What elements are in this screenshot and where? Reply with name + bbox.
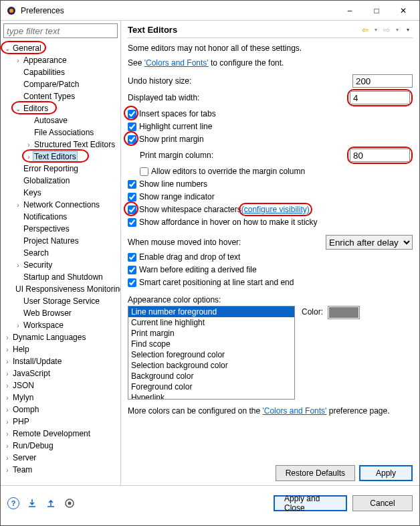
chevron-right-icon[interactable]: ›	[3, 346, 11, 353]
apply-button[interactable]: Apply	[359, 465, 413, 481]
color-option-item[interactable]: Find scope	[128, 339, 294, 349]
restore-defaults-button[interactable]: Restore Defaults	[276, 465, 355, 481]
chevron-right-icon[interactable]: ›	[3, 394, 11, 402]
filter-input[interactable]	[3, 23, 118, 38]
chevron-right-icon[interactable]: ›	[3, 418, 11, 426]
tree-item[interactable]: ›Remote Development	[1, 428, 120, 440]
chevron-right-icon[interactable]: ›	[14, 201, 22, 209]
tree-item[interactable]: ›Appearance	[1, 54, 120, 66]
color-option-item[interactable]: Foreground color	[128, 381, 294, 392]
menu-icon[interactable]: ▾	[403, 25, 413, 35]
insert-spaces-checkbox[interactable]	[128, 110, 136, 118]
tree-item[interactable]: User Storage Service	[1, 295, 120, 307]
more-colors-link[interactable]: 'Colors and Fonts'	[262, 406, 326, 416]
chevron-right-icon[interactable]: ›	[25, 153, 33, 161]
margin-column-input[interactable]	[350, 149, 410, 162]
chevron-right-icon[interactable]: ›	[3, 466, 11, 474]
tree-item[interactable]: ⌄General	[1, 42, 120, 54]
allow-override-checkbox[interactable]	[140, 167, 148, 176]
tree-item[interactable]: Compare/Patch	[1, 78, 120, 90]
tree-item[interactable]: ›PHP	[1, 416, 120, 428]
color-options-list[interactable]: Line number foregroundCurrent line highl…	[128, 306, 295, 400]
range-indicator-checkbox[interactable]	[128, 193, 136, 201]
tree-item[interactable]: Keys	[1, 187, 120, 199]
tree-item[interactable]: ›Run/Debug	[1, 440, 120, 452]
tree-item[interactable]: ›Server	[1, 452, 120, 464]
preference-tree[interactable]: ⌄General›AppearanceCapabilitiesCompare/P…	[1, 41, 120, 485]
tree-item[interactable]: Autosave	[1, 114, 120, 126]
chevron-right-icon[interactable]: ›	[14, 262, 22, 269]
color-option-item[interactable]: Selection background color	[128, 360, 294, 371]
smart-caret-checkbox[interactable]	[128, 278, 136, 287]
show-margin-checkbox[interactable]	[128, 135, 136, 144]
tree-item[interactable]: ›Text Editors	[1, 151, 120, 163]
maximize-button[interactable]: □	[363, 1, 390, 20]
chevron-right-icon[interactable]: ›	[3, 382, 11, 389]
tree-item[interactable]: ›Oomph	[1, 404, 120, 416]
dragdrop-checkbox[interactable]	[128, 253, 136, 262]
configure-visibility-link[interactable]: (configure visibility)	[241, 205, 310, 214]
tree-item[interactable]: Globalization	[1, 175, 120, 187]
back-menu-icon[interactable]: ▾	[371, 25, 381, 35]
chevron-right-icon[interactable]: ›	[3, 358, 11, 365]
chevron-down-icon[interactable]: ⌄	[14, 105, 22, 112]
tree-item[interactable]: ›Dynamic Languages	[1, 331, 120, 343]
tree-item[interactable]: ›Workspace	[1, 319, 120, 331]
tree-item[interactable]: ›Install/Update	[1, 355, 120, 367]
color-option-item[interactable]: Background color	[128, 371, 294, 381]
chevron-right-icon[interactable]: ›	[3, 406, 11, 414]
tree-item[interactable]: Project Natures	[1, 235, 120, 247]
tree-item[interactable]: ›Network Connections	[1, 199, 120, 211]
minimize-button[interactable]: –	[336, 1, 363, 20]
tree-item[interactable]: ›JavaScript	[1, 367, 120, 379]
hover-combo[interactable]: Enrich after delay	[326, 235, 413, 250]
chevron-right-icon[interactable]: ›	[3, 370, 11, 377]
warn-derived-checkbox[interactable]	[128, 266, 136, 274]
color-option-item[interactable]: Line number foreground	[128, 306, 294, 317]
forward-menu-icon[interactable]: ▾	[393, 25, 402, 35]
tree-item[interactable]: Capabilities	[1, 66, 120, 78]
whitespace-checkbox[interactable]	[128, 205, 136, 214]
affordance-checkbox[interactable]	[128, 218, 136, 227]
tree-item[interactable]: Startup and Shutdown	[1, 271, 120, 283]
tree-item[interactable]: Content Types	[1, 90, 120, 102]
chevron-right-icon[interactable]: ›	[14, 57, 22, 64]
chevron-right-icon[interactable]: ›	[3, 442, 11, 450]
color-option-item[interactable]: Print margin	[128, 328, 294, 339]
close-button[interactable]: ✕	[390, 1, 417, 20]
tree-item[interactable]: UI Responsiveness Monitoring	[1, 283, 120, 295]
record-icon[interactable]	[64, 497, 76, 509]
chevron-right-icon[interactable]: ›	[3, 454, 11, 462]
chevron-down-icon[interactable]: ⌄	[3, 45, 11, 52]
chevron-right-icon[interactable]: ›	[25, 141, 33, 149]
tree-item[interactable]: Perspectives	[1, 223, 120, 235]
color-swatch[interactable]	[328, 306, 360, 319]
tab-width-input[interactable]	[350, 91, 410, 104]
undo-history-input[interactable]	[352, 74, 413, 88]
help-icon[interactable]: ?	[7, 497, 19, 509]
tree-item[interactable]: Search	[1, 247, 120, 259]
import-icon[interactable]	[26, 497, 38, 509]
tree-item[interactable]: Error Reporting	[1, 163, 120, 175]
color-option-item[interactable]: Current line highlight	[128, 317, 294, 328]
tree-item[interactable]: ⌄Editors	[1, 102, 120, 114]
tree-item[interactable]: File Associations	[1, 126, 120, 139]
cancel-button[interactable]: Cancel	[352, 495, 413, 511]
chevron-right-icon[interactable]: ›	[3, 334, 11, 341]
tree-item[interactable]: ›Team	[1, 464, 120, 476]
tree-item[interactable]: ›Structured Text Editors	[1, 139, 120, 151]
color-option-item[interactable]: Hyperlink	[128, 392, 294, 400]
tree-item[interactable]: ›Help	[1, 343, 120, 355]
tree-item[interactable]: ›JSON	[1, 379, 120, 391]
color-option-item[interactable]: Selection foreground color	[128, 349, 294, 360]
tree-item[interactable]: ›Mylyn	[1, 391, 120, 404]
tree-item[interactable]: Web Browser	[1, 307, 120, 319]
chevron-right-icon[interactable]: ›	[3, 430, 11, 438]
colors-fonts-link[interactable]: 'Colors and Fonts'	[144, 58, 209, 68]
forward-icon[interactable]: ⇨	[382, 25, 391, 35]
tree-item[interactable]: ›Security	[1, 259, 120, 271]
back-icon[interactable]: ⇦	[360, 25, 370, 35]
highlight-line-checkbox[interactable]	[128, 122, 136, 131]
export-icon[interactable]	[45, 497, 57, 509]
tree-item[interactable]: Notifications	[1, 211, 120, 223]
